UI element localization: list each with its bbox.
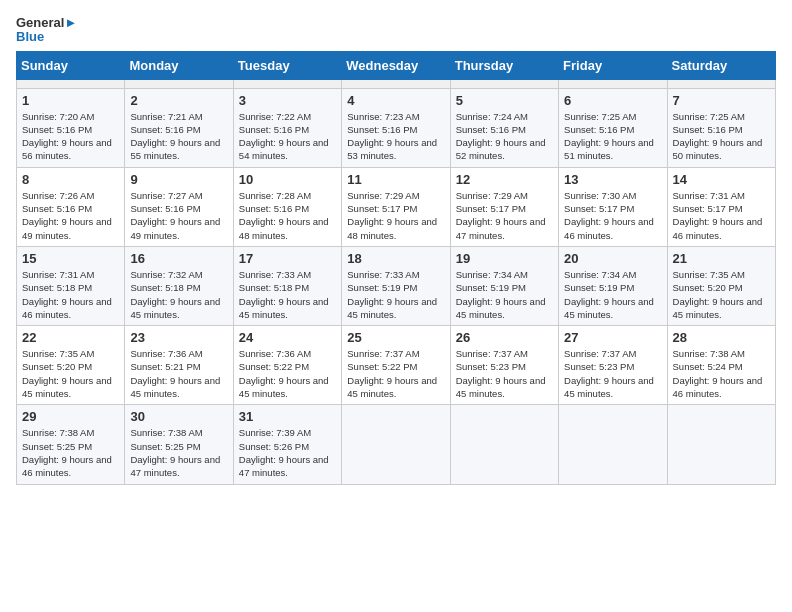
day-info: Sunrise: 7:37 AMSunset: 5:23 PMDaylight:… (456, 347, 553, 400)
calendar-header-row: SundayMondayTuesdayWednesdayThursdayFrid… (17, 51, 776, 79)
calendar-header-thursday: Thursday (450, 51, 558, 79)
calendar-week-row (17, 79, 776, 88)
calendar-cell: 3Sunrise: 7:22 AMSunset: 5:16 PMDaylight… (233, 88, 341, 167)
day-number: 29 (22, 409, 119, 424)
day-number: 6 (564, 93, 661, 108)
day-info: Sunrise: 7:22 AMSunset: 5:16 PMDaylight:… (239, 110, 336, 163)
day-number: 17 (239, 251, 336, 266)
logo: General► Blue (16, 16, 77, 45)
day-info: Sunrise: 7:21 AMSunset: 5:16 PMDaylight:… (130, 110, 227, 163)
calendar-cell: 28Sunrise: 7:38 AMSunset: 5:24 PMDayligh… (667, 326, 775, 405)
day-info: Sunrise: 7:33 AMSunset: 5:19 PMDaylight:… (347, 268, 444, 321)
day-info: Sunrise: 7:38 AMSunset: 5:24 PMDaylight:… (673, 347, 770, 400)
day-info: Sunrise: 7:34 AMSunset: 5:19 PMDaylight:… (564, 268, 661, 321)
calendar-cell: 5Sunrise: 7:24 AMSunset: 5:16 PMDaylight… (450, 88, 558, 167)
calendar-cell: 2Sunrise: 7:21 AMSunset: 5:16 PMDaylight… (125, 88, 233, 167)
day-number: 23 (130, 330, 227, 345)
calendar-header-monday: Monday (125, 51, 233, 79)
day-number: 28 (673, 330, 770, 345)
day-info: Sunrise: 7:25 AMSunset: 5:16 PMDaylight:… (673, 110, 770, 163)
calendar-header-wednesday: Wednesday (342, 51, 450, 79)
day-number: 10 (239, 172, 336, 187)
calendar-cell (559, 405, 667, 484)
day-number: 3 (239, 93, 336, 108)
page-header: General► Blue (16, 16, 776, 45)
calendar-cell (233, 79, 341, 88)
day-number: 11 (347, 172, 444, 187)
calendar-cell: 19Sunrise: 7:34 AMSunset: 5:19 PMDayligh… (450, 246, 558, 325)
calendar-cell: 30Sunrise: 7:38 AMSunset: 5:25 PMDayligh… (125, 405, 233, 484)
day-info: Sunrise: 7:33 AMSunset: 5:18 PMDaylight:… (239, 268, 336, 321)
calendar-table: SundayMondayTuesdayWednesdayThursdayFrid… (16, 51, 776, 485)
calendar-cell: 23Sunrise: 7:36 AMSunset: 5:21 PMDayligh… (125, 326, 233, 405)
calendar-cell: 24Sunrise: 7:36 AMSunset: 5:22 PMDayligh… (233, 326, 341, 405)
calendar-header-sunday: Sunday (17, 51, 125, 79)
calendar-cell (667, 79, 775, 88)
day-number: 22 (22, 330, 119, 345)
calendar-cell: 29Sunrise: 7:38 AMSunset: 5:25 PMDayligh… (17, 405, 125, 484)
calendar-cell (17, 79, 125, 88)
day-number: 25 (347, 330, 444, 345)
calendar-cell: 1Sunrise: 7:20 AMSunset: 5:16 PMDaylight… (17, 88, 125, 167)
calendar-cell: 25Sunrise: 7:37 AMSunset: 5:22 PMDayligh… (342, 326, 450, 405)
calendar-header-friday: Friday (559, 51, 667, 79)
day-info: Sunrise: 7:26 AMSunset: 5:16 PMDaylight:… (22, 189, 119, 242)
day-info: Sunrise: 7:34 AMSunset: 5:19 PMDaylight:… (456, 268, 553, 321)
calendar-cell: 8Sunrise: 7:26 AMSunset: 5:16 PMDaylight… (17, 167, 125, 246)
day-info: Sunrise: 7:37 AMSunset: 5:22 PMDaylight:… (347, 347, 444, 400)
day-number: 5 (456, 93, 553, 108)
day-number: 30 (130, 409, 227, 424)
day-number: 14 (673, 172, 770, 187)
calendar-cell: 13Sunrise: 7:30 AMSunset: 5:17 PMDayligh… (559, 167, 667, 246)
day-number: 9 (130, 172, 227, 187)
calendar-cell: 16Sunrise: 7:32 AMSunset: 5:18 PMDayligh… (125, 246, 233, 325)
day-info: Sunrise: 7:39 AMSunset: 5:26 PMDaylight:… (239, 426, 336, 479)
day-number: 26 (456, 330, 553, 345)
day-info: Sunrise: 7:32 AMSunset: 5:18 PMDaylight:… (130, 268, 227, 321)
calendar-cell: 12Sunrise: 7:29 AMSunset: 5:17 PMDayligh… (450, 167, 558, 246)
calendar-cell: 10Sunrise: 7:28 AMSunset: 5:16 PMDayligh… (233, 167, 341, 246)
calendar-week-row: 15Sunrise: 7:31 AMSunset: 5:18 PMDayligh… (17, 246, 776, 325)
calendar-cell: 17Sunrise: 7:33 AMSunset: 5:18 PMDayligh… (233, 246, 341, 325)
day-number: 2 (130, 93, 227, 108)
calendar-cell: 9Sunrise: 7:27 AMSunset: 5:16 PMDaylight… (125, 167, 233, 246)
calendar-cell: 4Sunrise: 7:23 AMSunset: 5:16 PMDaylight… (342, 88, 450, 167)
calendar-cell: 18Sunrise: 7:33 AMSunset: 5:19 PMDayligh… (342, 246, 450, 325)
day-info: Sunrise: 7:23 AMSunset: 5:16 PMDaylight:… (347, 110, 444, 163)
day-info: Sunrise: 7:28 AMSunset: 5:16 PMDaylight:… (239, 189, 336, 242)
day-info: Sunrise: 7:31 AMSunset: 5:18 PMDaylight:… (22, 268, 119, 321)
day-number: 21 (673, 251, 770, 266)
day-info: Sunrise: 7:38 AMSunset: 5:25 PMDaylight:… (130, 426, 227, 479)
calendar-header-tuesday: Tuesday (233, 51, 341, 79)
day-info: Sunrise: 7:27 AMSunset: 5:16 PMDaylight:… (130, 189, 227, 242)
calendar-header-saturday: Saturday (667, 51, 775, 79)
day-number: 1 (22, 93, 119, 108)
calendar-week-row: 1Sunrise: 7:20 AMSunset: 5:16 PMDaylight… (17, 88, 776, 167)
calendar-cell: 11Sunrise: 7:29 AMSunset: 5:17 PMDayligh… (342, 167, 450, 246)
calendar-week-row: 22Sunrise: 7:35 AMSunset: 5:20 PMDayligh… (17, 326, 776, 405)
calendar-cell (450, 79, 558, 88)
day-number: 20 (564, 251, 661, 266)
day-info: Sunrise: 7:20 AMSunset: 5:16 PMDaylight:… (22, 110, 119, 163)
day-number: 7 (673, 93, 770, 108)
day-number: 27 (564, 330, 661, 345)
day-number: 13 (564, 172, 661, 187)
day-number: 15 (22, 251, 119, 266)
calendar-cell: 22Sunrise: 7:35 AMSunset: 5:20 PMDayligh… (17, 326, 125, 405)
day-number: 18 (347, 251, 444, 266)
calendar-week-row: 8Sunrise: 7:26 AMSunset: 5:16 PMDaylight… (17, 167, 776, 246)
calendar-cell (559, 79, 667, 88)
day-number: 16 (130, 251, 227, 266)
day-info: Sunrise: 7:35 AMSunset: 5:20 PMDaylight:… (22, 347, 119, 400)
calendar-week-row: 29Sunrise: 7:38 AMSunset: 5:25 PMDayligh… (17, 405, 776, 484)
day-info: Sunrise: 7:35 AMSunset: 5:20 PMDaylight:… (673, 268, 770, 321)
day-info: Sunrise: 7:37 AMSunset: 5:23 PMDaylight:… (564, 347, 661, 400)
calendar-cell: 15Sunrise: 7:31 AMSunset: 5:18 PMDayligh… (17, 246, 125, 325)
calendar-cell: 27Sunrise: 7:37 AMSunset: 5:23 PMDayligh… (559, 326, 667, 405)
day-info: Sunrise: 7:36 AMSunset: 5:22 PMDaylight:… (239, 347, 336, 400)
day-number: 24 (239, 330, 336, 345)
calendar-cell (450, 405, 558, 484)
day-info: Sunrise: 7:31 AMSunset: 5:17 PMDaylight:… (673, 189, 770, 242)
day-number: 19 (456, 251, 553, 266)
calendar-cell: 6Sunrise: 7:25 AMSunset: 5:16 PMDaylight… (559, 88, 667, 167)
